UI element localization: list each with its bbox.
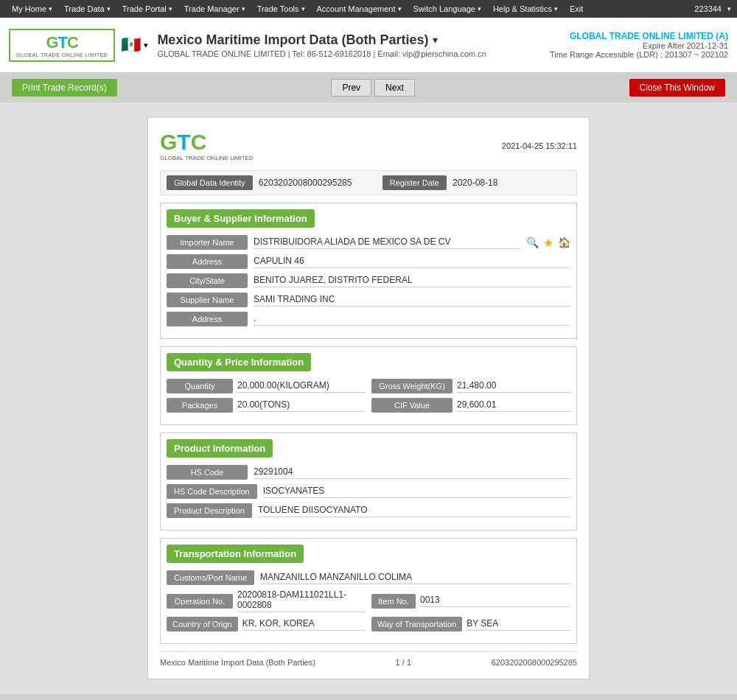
record-header: G T C GLOBAL TRADE ONLINE LIMITED 2021-0… xyxy=(160,130,577,161)
transport-label: Way of Transportation xyxy=(371,617,462,631)
record-logo: G T C xyxy=(160,130,254,155)
record-pagination: 1 / 1 xyxy=(396,658,411,667)
product-title: Product Information xyxy=(167,439,273,458)
packages-cif-row: Packages 20.00(TONS) CIF Value 29,600.01 xyxy=(167,398,570,413)
address-value-2: . xyxy=(254,313,570,326)
search-icon[interactable]: 🔍 xyxy=(526,237,539,248)
nav-arrow: ▾ xyxy=(301,5,305,13)
title-dropdown-arrow[interactable]: ▾ xyxy=(433,34,438,46)
packages-col: Packages 20.00(TONS) xyxy=(167,398,366,413)
quantity-label: Quantity xyxy=(167,379,233,393)
nav-help-statistics[interactable]: Help & Statistics ▾ xyxy=(487,0,564,18)
port-name-label: Customs/Port Name xyxy=(167,570,254,585)
nav-arrow: ▾ xyxy=(398,5,402,13)
quantity-col: Quantity 20,000.00(KILOGRAM) xyxy=(167,379,366,393)
record-logo-area: G T C GLOBAL TRADE ONLINE LIMITED xyxy=(160,130,254,161)
product-description-value: TOLUENE DIISOCYANATO xyxy=(258,505,570,517)
transport-col: Way of Transportation BY SEA xyxy=(371,617,570,631)
nav-arrow: ▾ xyxy=(169,5,172,13)
nav-arrow: ▾ xyxy=(242,5,245,13)
supplier-name-row: Supplier Name SAMI TRADING INC xyxy=(167,293,570,307)
country-value: KR, KOR, KOREA xyxy=(242,618,366,631)
operation-value: 20200818-DAM111021LL1-0002808 xyxy=(237,589,366,612)
cif-col: CIF Value 29,600.01 xyxy=(371,398,570,413)
product-description-row: Product Description TOLUENE DIISOCYANATO xyxy=(167,503,570,518)
nav-switch-language[interactable]: Switch Language ▾ xyxy=(408,0,487,18)
importer-icons: 🔍 ★ 🏠 xyxy=(526,236,570,250)
title-row: Mexico Maritime Import Data (Both Partie… xyxy=(157,32,550,48)
address-label-2: Address xyxy=(167,312,248,326)
quantity-price-section: Quantity & Price Information Quantity 20… xyxy=(160,346,577,425)
product-body: HS Code 29291004 HS Code Description ISO… xyxy=(161,462,576,530)
transportation-title: Transportation Information xyxy=(167,545,304,563)
user-code: 223344 xyxy=(694,4,727,13)
supplier-name-label: Supplier Name xyxy=(167,293,248,307)
nav-trade-tools[interactable]: Trade Tools ▾ xyxy=(251,0,311,18)
logo-box: GTC GLOBAL TRADE ONLINE LIMITED xyxy=(9,29,115,62)
nav-arrow: ▾ xyxy=(554,5,558,13)
item-no-value: 0013 xyxy=(420,595,570,607)
hs-description-value: ISOCYANATES xyxy=(263,486,570,498)
hs-code-value: 29291004 xyxy=(254,466,570,479)
print-button[interactable]: Print Trade Record(s) xyxy=(12,79,117,97)
city-state-row: City/State BENITO JUAREZ, DISTRITO FEDER… xyxy=(167,273,570,288)
address-value-1: CAPULIN 46 xyxy=(254,256,570,268)
nav-trade-data[interactable]: Trade Data ▾ xyxy=(58,0,116,18)
record-logo-subtitle: GLOBAL TRADE ONLINE LIMITED xyxy=(160,155,254,161)
country-transport-row: Country of Orign KR, KOR, KOREA Way of T… xyxy=(167,617,570,631)
top-navigation: My Home ▾ Trade Data ▾ Trade Portal ▾ Tr… xyxy=(0,0,737,18)
nav-trade-manager[interactable]: Trade Manager ▾ xyxy=(178,0,251,18)
item-no-col: Item No. 0013 xyxy=(371,594,570,609)
bottom-action-bar: Print Trade Record(s) Prev Next Close Th… xyxy=(0,694,737,700)
global-id-value: 6203202008000295285 xyxy=(259,178,377,188)
close-window-button[interactable]: Close This Window xyxy=(629,79,725,97)
product-description-label: Product Description xyxy=(167,503,252,518)
buyer-supplier-title: Buyer & Supplier Information xyxy=(167,209,315,228)
home-icon[interactable]: 🏠 xyxy=(558,237,570,248)
quantity-price-body: Quantity 20,000.00(KILOGRAM) Gross Weigh… xyxy=(161,376,576,424)
account-name: GLOBAL TRADE ONLINE LIMITED (A) xyxy=(550,31,728,41)
port-name-value: MANZANILLO MANZANILLO COLIMA xyxy=(260,572,570,584)
hs-code-row: HS Code 29291004 xyxy=(167,465,570,480)
prev-button[interactable]: Prev xyxy=(331,79,371,97)
city-state-value: BENITO JUAREZ, DISTRITO FEDERAL xyxy=(254,275,570,287)
nav-account-management[interactable]: Account Management ▾ xyxy=(311,0,408,18)
nav-arrow-user: ▾ xyxy=(727,5,731,13)
operation-item-row: Operation No. 20200818-DAM111021LL1-0002… xyxy=(167,589,570,612)
top-action-bar: Print Trade Record(s) Prev Next Close Th… xyxy=(0,73,737,102)
flag-arrow[interactable]: ▾ xyxy=(144,41,148,50)
transportation-body: Customs/Port Name MANZANILLO MANZANILLO … xyxy=(161,567,576,643)
operation-col: Operation No. 20200818-DAM111021LL1-0002… xyxy=(167,589,366,612)
gross-weight-value: 21,480.00 xyxy=(457,380,570,393)
country-col: Country of Orign KR, KOR, KOREA xyxy=(167,617,366,631)
nav-exit[interactable]: Exit xyxy=(564,0,589,18)
address-row-1: Address CAPULIN 46 xyxy=(167,254,570,269)
logo-text: GTC xyxy=(46,33,77,52)
flag-emoji: 🇲🇽 xyxy=(121,35,141,55)
navigation-buttons: Prev Next xyxy=(329,79,416,97)
buyer-supplier-body: Importer Name DISTRIBUIDORA ALIADA DE ME… xyxy=(161,232,576,338)
identity-row: Global Data Identity 6203202008000295285… xyxy=(160,170,577,195)
record-footer-id: 6203202008000295285 xyxy=(492,658,577,667)
importer-name-value: DISTRIBUIDORA ALIADA DE MEXICO SA DE CV xyxy=(254,237,520,249)
address-label-1: Address xyxy=(167,254,248,269)
nav-my-home[interactable]: My Home ▾ xyxy=(6,0,58,18)
quantity-gross-row: Quantity 20,000.00(KILOGRAM) Gross Weigh… xyxy=(167,379,570,393)
transport-value: BY SEA xyxy=(467,618,570,631)
nav-arrow: ▾ xyxy=(107,5,111,13)
record-datetime: 2021-04-25 15:32:11 xyxy=(502,141,577,150)
register-date-value: 2020-08-18 xyxy=(453,178,570,188)
next-button[interactable]: Next xyxy=(374,79,415,97)
nav-trade-portal[interactable]: Trade Portal ▾ xyxy=(116,0,178,18)
time-range: Time Range Accessible (LDR) : 201307 ~ 2… xyxy=(550,50,728,59)
operation-label: Operation No. xyxy=(167,594,233,609)
packages-value: 20.00(TONS) xyxy=(237,399,366,412)
cif-value: 29,600.01 xyxy=(457,399,570,412)
header-bar: GTC GLOBAL TRADE ONLINE LIMITED 🇲🇽 ▾ Mex… xyxy=(0,18,737,73)
expire-info: Expire After 2021-12-31 xyxy=(550,41,728,50)
logo-subtitle: GLOBAL TRADE ONLINE LIMITED xyxy=(16,52,108,57)
page-title-area: Mexico Maritime Import Data (Both Partie… xyxy=(157,32,550,58)
buyer-supplier-section: Buyer & Supplier Information Importer Na… xyxy=(160,203,577,339)
star-icon[interactable]: ★ xyxy=(543,236,553,250)
city-state-label: City/State xyxy=(167,273,248,288)
